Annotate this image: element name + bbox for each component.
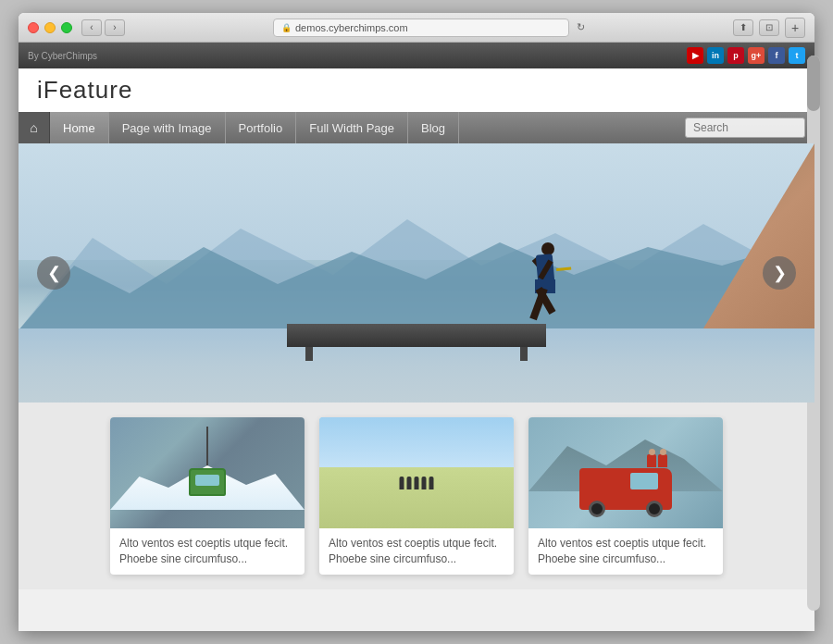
- cards-section: Alto ventos est coeptis utque fecit. Pho…: [19, 402, 814, 589]
- card-3[interactable]: Alto ventos est coeptis utque fecit. Pho…: [528, 417, 723, 575]
- card-2[interactable]: Alto ventos est coeptis utque fecit. Pho…: [319, 417, 514, 575]
- hiker-5: [429, 477, 434, 489]
- site-logo: iFeature: [37, 76, 796, 105]
- hero-background: [19, 143, 814, 402]
- traffic-lights: [28, 22, 72, 33]
- nav-item-blog[interactable]: Blog: [408, 112, 459, 143]
- jeep-people: [647, 454, 667, 467]
- hikers-image: [319, 417, 514, 528]
- lock-icon: 🔒: [281, 23, 292, 32]
- hiker-1: [400, 477, 404, 489]
- card-1[interactable]: Alto ventos est coeptis utque fecit. Pho…: [110, 417, 305, 575]
- back-button[interactable]: ‹: [81, 19, 102, 36]
- nav-item-full-width[interactable]: Full Width Page: [296, 112, 408, 143]
- runner-figure: [518, 242, 574, 326]
- nav-items: Home Page with Image Portfolio Full Widt…: [50, 112, 459, 143]
- address-bar[interactable]: 🔒 demos.cyberchimps.com: [273, 19, 569, 37]
- new-tab-button[interactable]: +: [785, 18, 805, 38]
- jeep-car: [579, 468, 672, 510]
- card-3-caption: Alto ventos est coeptis utque fecit. Pho…: [538, 536, 714, 567]
- site-header: iFeature: [19, 68, 814, 112]
- platform: [287, 324, 546, 347]
- facebook-icon[interactable]: f: [768, 47, 785, 64]
- share-button[interactable]: ⬆: [733, 19, 753, 36]
- hikers-figures: [400, 477, 434, 489]
- hikers-sky: [319, 417, 514, 473]
- browser-window: ‹ › 🔒 demos.cyberchimps.com ↻ ⬆ ⊡ + By C…: [19, 13, 814, 631]
- card-2-text: Alto ventos est coeptis utque fecit. Pho…: [319, 528, 514, 575]
- jeep-person-2: [658, 454, 667, 467]
- card-3-image: [528, 417, 723, 528]
- close-button[interactable]: [28, 22, 39, 33]
- nav-item-home[interactable]: Home: [50, 112, 109, 143]
- mountains-svg: [19, 201, 814, 330]
- card-3-text: Alto ventos est coeptis utque fecit. Pho…: [528, 528, 723, 575]
- nav-home-icon[interactable]: ⌂: [19, 112, 50, 143]
- cablecar-image: [110, 417, 305, 528]
- nav-buttons: ‹ ›: [81, 19, 125, 36]
- person-1-head: [649, 449, 655, 455]
- cablecar-cabin: [189, 468, 226, 496]
- card-2-image: [319, 417, 514, 528]
- address-bar-container: 🔒 demos.cyberchimps.com ↻: [134, 19, 724, 37]
- slider-next-button[interactable]: ❯: [763, 256, 796, 290]
- maximize-button[interactable]: [61, 22, 72, 33]
- jeep-image: [528, 417, 723, 528]
- linkedin-icon[interactable]: in: [707, 47, 724, 64]
- minimize-button[interactable]: [44, 22, 56, 33]
- jeep-wheel-left: [589, 501, 605, 517]
- person-2-head: [660, 449, 666, 455]
- hero-slider: ❮ ❯: [19, 143, 814, 402]
- forward-button[interactable]: ›: [105, 19, 125, 36]
- twitter-icon[interactable]: t: [789, 47, 805, 64]
- card-1-image: [110, 417, 305, 528]
- nav-item-page-with-image[interactable]: Page with Image: [109, 112, 226, 143]
- jeep-windshield: [630, 473, 658, 489]
- site-nav: ⌂ Home Page with Image Portfolio Full Wi…: [19, 112, 814, 143]
- hiker-2: [407, 477, 412, 489]
- pinterest-icon[interactable]: p: [727, 47, 744, 64]
- title-bar: ‹ › 🔒 demos.cyberchimps.com ↻ ⬆ ⊡ +: [19, 13, 814, 43]
- reload-button[interactable]: ↻: [577, 21, 585, 33]
- hiker-4: [422, 477, 427, 489]
- runner-stripe: [556, 267, 571, 271]
- social-icons: ▶ in p g+ f t: [687, 47, 805, 64]
- title-bar-right: ⬆ ⊡ +: [733, 18, 805, 38]
- nav-item-portfolio[interactable]: Portfolio: [226, 112, 297, 143]
- browser-toolbar: By CyberChimps ▶ in p g+ f t: [19, 43, 814, 68]
- address-text: demos.cyberchimps.com: [295, 22, 408, 33]
- site-content: iFeature ⌂ Home Page with Image Portfoli…: [19, 68, 814, 631]
- nav-search[interactable]: [685, 118, 805, 138]
- jeep-person-1: [647, 454, 656, 467]
- cablecar-window: [195, 475, 219, 486]
- jeep-wheel-right: [646, 501, 663, 517]
- slider-prev-button[interactable]: ❮: [37, 256, 70, 290]
- googleplus-icon[interactable]: g+: [748, 47, 765, 64]
- hiker-3: [415, 477, 419, 489]
- youtube-icon[interactable]: ▶: [687, 47, 703, 64]
- card-1-text: Alto ventos est coeptis utque fecit. Pho…: [110, 528, 305, 575]
- scrollbar-thumb[interactable]: [807, 56, 820, 111]
- by-label: By CyberChimps: [28, 51, 679, 61]
- card-1-caption: Alto ventos est coeptis utque fecit. Pho…: [119, 536, 295, 567]
- sidebar-button[interactable]: ⊡: [759, 19, 779, 36]
- search-input[interactable]: [685, 118, 805, 138]
- card-2-caption: Alto ventos est coeptis utque fecit. Pho…: [329, 536, 504, 567]
